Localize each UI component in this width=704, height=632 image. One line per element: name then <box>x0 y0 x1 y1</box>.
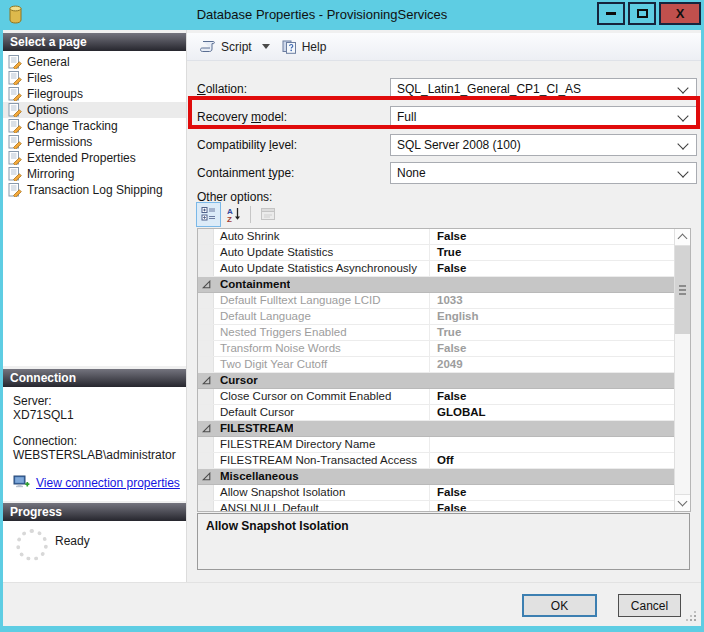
connection-properties-icon <box>13 475 30 490</box>
chevron-up-icon <box>678 234 688 244</box>
sidebar-page-item[interactable]: Files <box>3 70 186 86</box>
collapse-triangle-icon[interactable] <box>202 472 211 481</box>
row-gutter <box>198 389 214 404</box>
collapse-triangle-icon[interactable] <box>202 376 211 385</box>
form-row: Collation: SQL_Latin1_General_CP1_CI_AS <box>197 78 697 100</box>
page-edit-icon <box>8 119 22 133</box>
view-connection-properties-link[interactable]: View connection properties <box>36 476 180 490</box>
property-row[interactable]: Default Language English <box>198 309 674 325</box>
collapse-triangle-icon[interactable] <box>202 424 211 433</box>
row-gutter <box>198 421 214 436</box>
property-description-title: Allow Snapshot Isolation <box>206 519 681 533</box>
scrollbar-thumb[interactable] <box>675 246 690 334</box>
property-row[interactable]: Allow Snapshot Isolation False <box>198 485 674 501</box>
collapse-triangle-icon[interactable] <box>202 280 211 289</box>
property-row[interactable]: Default Cursor GLOBAL <box>198 405 674 421</box>
progress-spinner-icon <box>16 529 48 561</box>
options-form: Collation: SQL_Latin1_General_CP1_CI_AS … <box>197 78 697 190</box>
chevron-down-icon <box>677 110 688 121</box>
property-row[interactable]: Close Cursor on Commit Enabled False <box>198 389 674 405</box>
progress-status: Ready <box>55 534 90 548</box>
sidebar-page-item[interactable]: Transaction Log Shipping <box>3 182 186 198</box>
combo-box[interactable]: Full <box>390 106 697 128</box>
property-description-panel: Allow Snapshot Isolation <box>197 513 690 570</box>
property-name: Transform Noise Words <box>214 341 430 356</box>
close-button[interactable]: X <box>659 2 701 25</box>
script-dropdown-arrow-icon[interactable] <box>262 44 270 49</box>
titlebar[interactable]: Database Properties - ProvisioningServic… <box>0 0 704 30</box>
scroll-up-button[interactable] <box>675 229 690 246</box>
property-row[interactable]: FILESTREAM Directory Name <box>198 437 674 453</box>
combo-box[interactable]: SQL_Latin1_General_CP1_CI_AS <box>390 78 697 100</box>
page-edit-icon <box>8 135 22 149</box>
property-row[interactable]: Miscellaneous <box>198 469 674 485</box>
dialog-footer: OK Cancel <box>3 582 701 626</box>
row-gutter <box>198 453 214 468</box>
minimize-icon <box>606 12 616 15</box>
scroll-down-button[interactable] <box>675 494 690 511</box>
row-gutter <box>198 357 214 372</box>
property-name: FILESTREAM Non-Transacted Access <box>214 453 430 468</box>
row-gutter <box>198 261 214 276</box>
sidebar-page-item[interactable]: Change Tracking <box>3 118 186 134</box>
maximize-icon <box>637 9 648 18</box>
sidebar-page-item[interactable]: General <box>3 54 186 70</box>
sidebar-page-item-label: General <box>27 55 70 69</box>
combo-box[interactable]: SQL Server 2008 (100) <box>390 134 697 156</box>
property-grid-rows: Auto Shrink False Auto Update Statistics… <box>198 229 674 511</box>
svg-text:Z: Z <box>227 215 232 223</box>
sidebar-page-item[interactable]: Filegroups <box>3 86 186 102</box>
progress-header: Progress <box>3 503 186 521</box>
sidebar-page-item[interactable]: Options <box>3 102 186 118</box>
script-button[interactable]: Script <box>194 37 275 57</box>
property-row[interactable]: Cursor <box>198 373 674 389</box>
combo-selected-value: None <box>397 166 426 180</box>
row-gutter <box>198 309 214 324</box>
server-label: Server: <box>13 394 186 408</box>
property-row[interactable]: Auto Shrink False <box>198 229 674 245</box>
property-row[interactable]: Default Fulltext Language LCID 1033 <box>198 293 674 309</box>
sidebar-page-item[interactable]: Extended Properties <box>3 150 186 166</box>
form-row: Recovery model: Full <box>197 106 697 128</box>
dialog-client-area: Select a page General <box>3 30 701 626</box>
property-name: Default Fulltext Language LCID <box>214 293 430 308</box>
property-row[interactable]: Containment <box>198 277 674 293</box>
property-row[interactable]: Two Digit Year Cutoff 2049 <box>198 357 674 373</box>
row-gutter <box>198 437 214 452</box>
property-value: 2049 <box>430 357 674 372</box>
property-value: 1033 <box>430 293 674 308</box>
select-a-page-header: Select a page <box>3 33 186 51</box>
sidebar-page-item[interactable]: Permissions <box>3 134 186 150</box>
property-row[interactable]: Nested Triggers Enabled True <box>198 325 674 341</box>
property-value: False <box>430 485 674 500</box>
property-row[interactable]: FILESTREAM <box>198 421 674 437</box>
window-controls: X <box>597 2 701 25</box>
property-row[interactable]: Auto Update Statistics Asynchronously Fa… <box>198 261 674 277</box>
maximize-button[interactable] <box>628 2 656 25</box>
cancel-button[interactable]: Cancel <box>618 594 681 617</box>
ok-button[interactable]: OK <box>522 594 597 617</box>
property-value: False <box>430 341 674 356</box>
resize-grip[interactable] <box>694 619 696 621</box>
page-edit-icon <box>8 167 22 181</box>
minimize-button[interactable] <box>597 2 625 25</box>
form-row: Compatibility level: SQL Server 2008 (10… <box>197 134 697 156</box>
property-row[interactable]: Auto Update Statistics True <box>198 245 674 261</box>
alphabetical-sort-button[interactable]: A Z <box>221 202 246 227</box>
progress-panel: Ready <box>3 521 186 583</box>
sidebar: Select a page General <box>3 33 186 583</box>
script-button-label: Script <box>221 40 252 54</box>
help-button[interactable]: Help <box>277 37 332 57</box>
property-row[interactable]: FILESTREAM Non-Transacted Access Off <box>198 453 674 469</box>
combo-box[interactable]: None <box>390 162 697 184</box>
chevron-down-icon <box>677 138 688 149</box>
property-row[interactable]: ANSI NULL Default False <box>198 501 674 511</box>
property-row[interactable]: Transform Noise Words False <box>198 341 674 357</box>
help-icon <box>282 40 297 54</box>
categorized-icon <box>201 206 217 222</box>
categorized-button[interactable] <box>196 202 221 227</box>
window-title: Database Properties - ProvisioningServic… <box>60 7 584 22</box>
sidebar-page-item[interactable]: Mirroring <box>3 166 186 182</box>
property-value: False <box>430 261 674 276</box>
grid-scrollbar[interactable] <box>674 229 690 511</box>
